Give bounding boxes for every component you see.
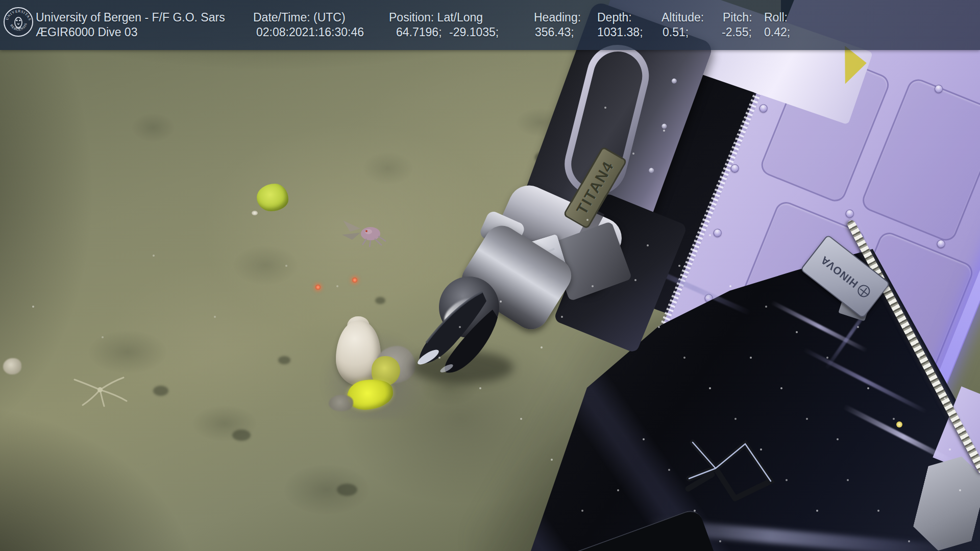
- pebble: [375, 297, 385, 304]
- wire-hook-handle: [679, 423, 791, 515]
- pitch-label: Pitch:: [723, 11, 752, 24]
- shell-fragment: [252, 211, 258, 215]
- pebble: [153, 386, 168, 396]
- laser-marker-dot: [315, 285, 321, 290]
- panel-bolt: [844, 208, 855, 219]
- squat-lobster: [339, 218, 388, 249]
- gripper-jaws: [406, 282, 518, 384]
- panel-bolt: [758, 103, 769, 114]
- position-long: -29.1035;: [449, 26, 499, 39]
- altitude-label: Altitude:: [662, 11, 704, 24]
- pitch-value: -2.55;: [722, 26, 752, 39]
- hinova-logo-icon: [855, 283, 872, 300]
- small-white-sponge: [3, 358, 21, 374]
- pebble: [278, 356, 290, 364]
- telemetry-overlay-bar: UNIVERSITAS BERGENSIS University of Berg…: [0, 0, 980, 50]
- roll-value: 0.42;: [764, 26, 790, 39]
- org-name: University of Bergen - F/F G.O. Sars: [36, 11, 225, 24]
- rov-video-frame: HINOVA TITAN4: [0, 0, 980, 551]
- datetime-value: 02:08:2021:16:30:46: [256, 26, 364, 39]
- link-bolt: [661, 123, 668, 130]
- brittle-star: [70, 373, 128, 407]
- hinova-label: HINOVA: [818, 254, 861, 290]
- roll-label: Roll:: [764, 11, 788, 24]
- link-bolt: [648, 167, 655, 174]
- depth-label: Depth:: [597, 11, 632, 24]
- uib-logo-icon: UNIVERSITAS BERGENSIS: [3, 7, 34, 37]
- dive-name: ÆGIR6000 Dive 03: [36, 26, 137, 39]
- grey-debris-small: [329, 395, 353, 411]
- heading-label: Heading:: [534, 11, 581, 24]
- depth-value: 1031.38;: [597, 26, 643, 39]
- pebble: [337, 484, 357, 496]
- pebble: [232, 430, 251, 441]
- position-label: Position: Lat/Long: [389, 11, 483, 24]
- altitude-value: 0.51;: [663, 26, 689, 39]
- datetime-label: Date/Time: (UTC): [253, 11, 346, 24]
- laser-marker-dot: [352, 278, 357, 283]
- panel-bolt: [712, 228, 723, 238]
- specular-glint: [896, 421, 902, 428]
- yellow-sponge: [257, 184, 288, 211]
- link-bolt: [671, 78, 677, 84]
- position-lat: 64.7196;: [396, 26, 442, 39]
- heading-value: 356.43;: [535, 26, 574, 39]
